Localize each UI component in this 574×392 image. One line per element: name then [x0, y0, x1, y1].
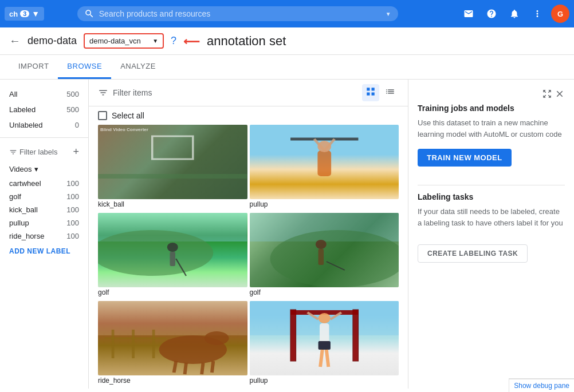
media-item-ride-horse[interactable]: ride_horse: [98, 301, 247, 387]
svg-point-14: [315, 240, 326, 249]
label-kick-ball-text: kick_ball: [9, 205, 38, 214]
label-cartwheel-count: 100: [66, 179, 79, 188]
thumb-pullup2-svg: [250, 301, 399, 375]
search-bar[interactable]: ▼: [77, 6, 398, 21]
thumb-pullup-svg: [250, 125, 399, 199]
red-arrow-indicator: ⟵: [183, 34, 200, 48]
select-all-checkbox[interactable]: [98, 111, 107, 120]
label-pullup-count: 100: [66, 219, 79, 227]
back-button[interactable]: ←: [9, 34, 21, 47]
label-golf-text: golf: [9, 192, 21, 201]
content-toolbar: Filter items: [89, 80, 408, 106]
media-label-golf1: golf: [98, 287, 247, 299]
grid-view-button[interactable]: [362, 84, 379, 101]
media-item-pullup2[interactable]: pullup: [250, 301, 399, 387]
media-label-kick-ball: kick_ball: [98, 199, 247, 211]
videos-dropdown-icon: ▾: [34, 165, 38, 173]
sidebar-divider: [0, 137, 88, 138]
label-item-golf[interactable]: golf 100: [0, 190, 88, 203]
navbar-icons: G: [459, 5, 569, 23]
label-item-ride-horse[interactable]: ride_horse 100: [0, 229, 88, 243]
sidebar-unlabeled-label: Unlabeled: [9, 121, 43, 129]
label-cartwheel-text: cartwheel: [9, 179, 41, 188]
label-ride-horse-text: ride_horse: [9, 232, 44, 240]
label-item-kick-ball[interactable]: kick_ball 100: [0, 203, 88, 216]
media-thumb-golf1: [98, 213, 247, 287]
svg-rect-5: [317, 151, 331, 176]
help-icon: [486, 9, 497, 19]
page-title: demo-data: [27, 35, 77, 47]
svg-point-32: [318, 313, 330, 323]
sidebar-item-labeled[interactable]: Labeled 500: [0, 102, 88, 117]
svg-rect-10: [170, 252, 175, 266]
tab-browse[interactable]: BROWSE: [58, 55, 111, 79]
media-label-pullup: pullup: [250, 199, 399, 211]
label-kick-ball-count: 100: [66, 205, 79, 214]
thumb-golf2-svg: [250, 213, 399, 287]
media-item-pullup[interactable]: pullup: [250, 125, 399, 211]
media-item-golf1[interactable]: golf: [98, 213, 247, 299]
create-labeling-task-button[interactable]: CREATE LABELING TASK: [418, 244, 528, 263]
train-new-model-button[interactable]: TRAIN NEW MODEL: [418, 149, 512, 167]
email-icon-button[interactable]: [459, 5, 478, 23]
main-layout: All 500 Labeled 500 Unlabeled 0 Filter l…: [0, 80, 574, 389]
label-item-cartwheel[interactable]: cartwheel 100: [0, 177, 88, 190]
app-chip[interactable]: ch 3 ▼: [5, 7, 44, 21]
user-avatar[interactable]: G: [551, 5, 569, 23]
debug-pane-link[interactable]: Show debug pane: [509, 379, 574, 392]
filter-items-label: Filter items: [113, 88, 152, 97]
expand-panel-icon[interactable]: [542, 89, 552, 99]
labeling-description: If your data still needs to be labeled, …: [418, 206, 565, 228]
label-item-pullup[interactable]: pullup 100: [0, 216, 88, 229]
svg-line-26: [202, 363, 203, 374]
notifications-icon: [509, 9, 520, 19]
dropdown-arrow-icon: ▼: [152, 38, 158, 44]
filter-labels-text: Filter labels: [9, 148, 57, 156]
grid-icon: [365, 86, 376, 97]
tab-analyze[interactable]: ANALYZE: [111, 55, 165, 79]
svg-line-24: [174, 361, 176, 373]
media-label-golf2: golf: [250, 287, 399, 299]
filter-labels-row: Filter labels +: [0, 142, 88, 161]
tabs-bar: IMPORT BROWSE ANALYZE: [0, 55, 574, 80]
select-all-label: Select all: [112, 111, 144, 120]
svg-rect-29: [290, 310, 296, 361]
svg-point-23: [205, 331, 229, 345]
media-thumb-ride-horse: [98, 301, 247, 375]
sidebar-unlabeled-count: 0: [75, 121, 79, 129]
annotation-dropdown[interactable]: demo-data_vcn ▼: [84, 33, 164, 49]
tab-import[interactable]: IMPORT: [9, 55, 58, 79]
help-circle-icon[interactable]: ?: [171, 35, 176, 47]
thumb-golf1-svg: [98, 213, 247, 287]
media-thumb-pullup: [250, 125, 399, 199]
media-label-pullup2: pullup: [250, 375, 399, 387]
sidebar-labeled-label: Labeled: [9, 105, 36, 114]
app-dropdown-icon[interactable]: ▼: [32, 9, 40, 18]
help-icon-button[interactable]: [482, 5, 501, 23]
svg-point-9: [167, 243, 178, 252]
training-description: Use this dataset to train a new machine …: [418, 117, 565, 140]
filter-list-icon[interactable]: [98, 88, 108, 98]
panel-section-divider: [418, 185, 565, 185]
media-thumb-kick-ball: Blind Video Converter: [98, 125, 247, 199]
media-item-golf2[interactable]: golf: [250, 213, 399, 299]
thumb-ride-horse-svg: [98, 301, 247, 375]
sidebar-item-all[interactable]: All 500: [0, 86, 88, 102]
search-icon: [84, 9, 95, 19]
media-grid: Blind Video Converter kick_ball: [89, 125, 408, 389]
training-section: Training jobs and models Use this datase…: [418, 104, 565, 178]
notifications-icon-button[interactable]: [505, 5, 524, 23]
add-new-label-button[interactable]: ADD NEW LABEL: [0, 243, 88, 260]
add-label-icon[interactable]: +: [73, 146, 79, 158]
list-view-button[interactable]: [382, 84, 399, 101]
sidebar-item-unlabeled[interactable]: Unlabeled 0: [0, 117, 88, 133]
close-panel-icon[interactable]: [555, 89, 565, 99]
search-dropdown-icon[interactable]: ▼: [386, 11, 391, 17]
search-input[interactable]: [99, 9, 381, 18]
media-item-kick-ball[interactable]: Blind Video Converter kick_ball: [98, 125, 247, 211]
svg-rect-19: [132, 330, 135, 358]
training-section-title: Training jobs and models: [418, 104, 565, 113]
labeling-section: Labeling tasks If your data still needs …: [418, 192, 565, 263]
more-vert-icon-button[interactable]: [528, 5, 547, 23]
label-ride-horse-count: 100: [66, 232, 79, 240]
